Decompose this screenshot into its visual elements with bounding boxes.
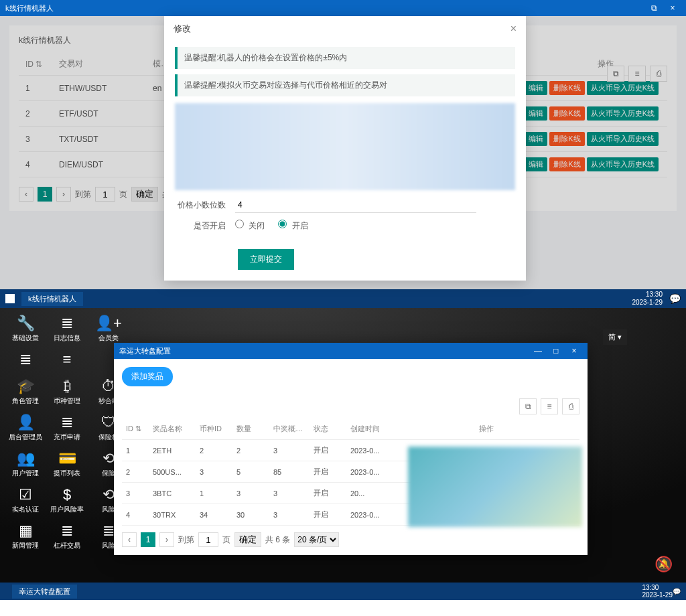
desktop-icon[interactable]: ≡ bbox=[48, 352, 86, 370]
app-icon: ≣ bbox=[61, 524, 73, 538]
c-prob: 中奖概… bbox=[269, 418, 310, 440]
sub-max-icon[interactable]: □ bbox=[548, 346, 564, 356]
modal-title: 修改 bbox=[174, 23, 191, 35]
notifications-off-icon[interactable]: 🔕 bbox=[655, 556, 673, 573]
window-title: k线行情机器人 bbox=[5, 3, 54, 13]
desktop-icon[interactable]: 👥用户管理 bbox=[7, 451, 44, 478]
app-icon: ⟲ bbox=[102, 487, 115, 502]
enable-label: 是否开启 bbox=[175, 220, 235, 232]
app-icon: 💳 bbox=[58, 451, 76, 466]
taskbar-bottom: 幸运大转盘配置 13:302023-1-29 💬 bbox=[0, 583, 686, 600]
desktop-icon[interactable]: 👤+会员类 bbox=[90, 316, 127, 343]
language-selector[interactable]: 简 ▾ bbox=[603, 329, 627, 345]
window-close-icon[interactable]: × bbox=[665, 3, 681, 13]
sub-close-icon[interactable]: × bbox=[566, 346, 582, 356]
desktop-icon[interactable]: 👤后台管理员 bbox=[7, 415, 44, 442]
c-status: 状态 bbox=[310, 418, 346, 440]
c-id[interactable]: ID ⇅ bbox=[122, 418, 149, 440]
desktop-icon[interactable]: ▦新闻管理 bbox=[7, 524, 44, 550]
sub-pager: ‹ 1 › 到第 页 确定 共 6 条 20 条/页 bbox=[122, 532, 579, 547]
sp-cur[interactable]: 1 bbox=[141, 532, 155, 547]
clock-2: 13:302023-1-29 bbox=[642, 584, 673, 599]
desktop-icon[interactable]: ≣ bbox=[7, 352, 44, 370]
desktop-icon[interactable]: ≣杠杆交易 bbox=[48, 524, 86, 550]
add-prize-button[interactable]: 添加奖品 bbox=[122, 367, 173, 386]
decimal-input[interactable] bbox=[235, 197, 476, 213]
desktop-icon[interactable]: 💳提币列表 bbox=[48, 451, 86, 478]
desktop-icon[interactable]: $用户风险率 bbox=[48, 487, 86, 514]
radio-off[interactable]: 关闭 bbox=[235, 220, 265, 232]
desktop-icon[interactable]: 🎓角色管理 bbox=[7, 379, 44, 406]
window-titlebar: k线行情机器人 ⧉ × bbox=[0, 0, 686, 16]
c-qty: 数量 bbox=[232, 418, 269, 440]
app-icon: ☑ bbox=[19, 487, 32, 502]
app-icon: 👤 bbox=[17, 415, 35, 430]
sub-tool-grid-icon[interactable]: ⧉ bbox=[519, 398, 537, 414]
chat-icon-2[interactable]: 💬 bbox=[673, 588, 681, 595]
app-icon: 🎓 bbox=[17, 379, 35, 394]
sub-tool-export-icon[interactable]: ≡ bbox=[541, 398, 558, 414]
chat-icon[interactable]: 💬 bbox=[669, 293, 681, 304]
app-icon: ≣ bbox=[61, 415, 73, 430]
c-name: 奖品名称 bbox=[149, 418, 196, 440]
sp-total: 共 6 条 bbox=[265, 534, 290, 546]
tip-1: 温馨提醒:机器人的价格会在设置价格的±5%内 bbox=[175, 47, 515, 69]
sp-confirm[interactable]: 确定 bbox=[234, 532, 261, 547]
taskbar-item-2[interactable]: 幸运大转盘配置 bbox=[12, 585, 77, 599]
desktop-icons: 🔧基础设置≣日志信息👤+会员类≣≡🎓角色管理₿币种管理⏱秒合约👤后台管理员≣充币… bbox=[7, 316, 127, 550]
tip-2: 温馨提醒:模拟火币交易对应选择与代币价格相近的交易对 bbox=[175, 74, 515, 96]
desktop-icon[interactable]: 🔧基础设置 bbox=[7, 316, 44, 343]
app-icon: 👥 bbox=[17, 451, 35, 466]
c-ops: 操作 bbox=[393, 418, 579, 440]
desktop-icon[interactable]: ₿币种管理 bbox=[48, 379, 86, 406]
taskbar-item[interactable]: k线行情机器人 bbox=[21, 292, 83, 306]
sp-page-input[interactable] bbox=[198, 532, 218, 547]
c-time: 创建时间 bbox=[346, 418, 393, 440]
app-icon: ▦ bbox=[19, 524, 33, 538]
sub-min-icon[interactable]: — bbox=[530, 346, 546, 356]
taskbar-top: k线行情机器人 13:302023-1-29 💬 bbox=[0, 289, 686, 308]
sub-window-title: 幸运大转盘配置 bbox=[119, 346, 171, 356]
app-icon: ≣ bbox=[19, 352, 31, 367]
app-icon: ≣ bbox=[61, 316, 73, 331]
radio-on[interactable]: 开启 bbox=[278, 220, 307, 232]
app-icon: ₿ bbox=[64, 379, 71, 394]
modal-close-icon[interactable]: × bbox=[510, 23, 517, 35]
decimal-label: 价格小数位数 bbox=[175, 200, 235, 211]
clock: 13:302023-1-29 bbox=[632, 291, 663, 307]
submit-button[interactable]: 立即提交 bbox=[238, 249, 294, 270]
sub-window: 幸运大转盘配置 — □ × 添加奖品 ⧉ ≡ ⎙ ID ⇅ 奖品名称 币种ID … bbox=[114, 343, 588, 555]
window-restore-icon[interactable]: ⧉ bbox=[646, 3, 663, 13]
redacted-ops-area bbox=[408, 447, 582, 527]
app-icon: ≡ bbox=[63, 352, 72, 367]
app-icon: $ bbox=[63, 487, 71, 502]
redacted-form-area bbox=[175, 103, 515, 190]
edit-modal: 修改 × 温馨提醒:机器人的价格会在设置价格的±5%内 温馨提醒:模拟火币交易对… bbox=[164, 16, 526, 281]
sp-prev[interactable]: ‹ bbox=[122, 532, 137, 547]
desktop-icon[interactable]: ☑实名认证 bbox=[7, 487, 44, 514]
app-icon: 👤+ bbox=[95, 316, 122, 331]
desktop-icon[interactable]: ≣日志信息 bbox=[48, 316, 86, 343]
start-icon[interactable] bbox=[5, 294, 15, 303]
app-icon: 🔧 bbox=[17, 316, 35, 331]
c-coin: 币种ID bbox=[196, 418, 232, 440]
app-icon: ≣ bbox=[102, 524, 115, 538]
app-icon: ⟲ bbox=[102, 451, 115, 466]
sp-pagesize[interactable]: 20 条/页 bbox=[294, 532, 339, 547]
sp-next[interactable]: › bbox=[159, 532, 174, 547]
desktop-icon[interactable]: ≣充币申请 bbox=[48, 415, 86, 442]
sub-tool-print-icon[interactable]: ⎙ bbox=[562, 398, 579, 414]
